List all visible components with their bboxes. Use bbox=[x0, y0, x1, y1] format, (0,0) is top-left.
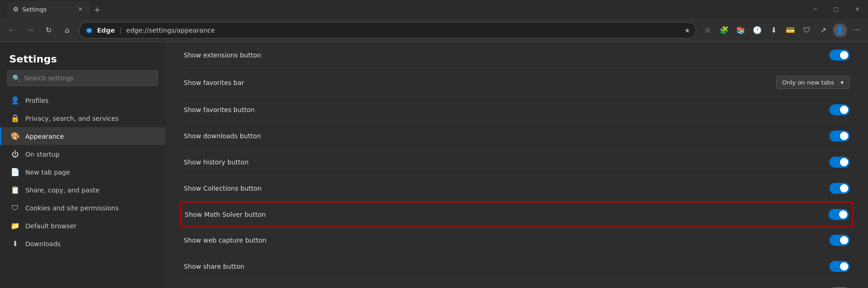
profile-avatar[interactable]: 👤 bbox=[833, 23, 847, 37]
favorites-bar-dropdown[interactable]: Only on new tabs ▾ bbox=[776, 76, 850, 89]
settings-row-collections-btn: Show Collections button bbox=[184, 175, 850, 202]
sidebar-item-label-appearance: Appearance bbox=[25, 133, 64, 140]
sidebar-item-appearance[interactable]: 🎨 Appearance bbox=[0, 127, 165, 145]
sidebar-item-startup[interactable]: ⏻ On startup bbox=[0, 145, 165, 163]
address-lock-icon: ★ bbox=[684, 27, 690, 34]
show-extensions-toggle[interactable] bbox=[829, 50, 850, 61]
newtab-icon: 📄 bbox=[11, 168, 20, 176]
show-collections-btn-toggle[interactable] bbox=[829, 183, 850, 194]
main-layout: Settings 🔍 Search settings 👤 Profiles 🔒 … bbox=[0, 42, 868, 288]
title-bar: ⚙ Settings ✕ + ─ □ ✕ bbox=[0, 0, 868, 18]
downloads-icon: ⬇ bbox=[11, 239, 20, 248]
show-downloads-btn-toggle[interactable] bbox=[829, 130, 850, 141]
sidebar-item-label-share: Share, copy, and paste bbox=[25, 186, 99, 194]
sidebar-item-label-startup: On startup bbox=[25, 151, 60, 158]
show-share-btn-label: Show share button bbox=[184, 263, 244, 270]
favorites-bar-dropdown-value: Only on new tabs bbox=[782, 79, 834, 86]
share-icon: 📋 bbox=[11, 186, 20, 194]
sidebar-item-label-privacy: Privacy, search, and services bbox=[25, 115, 119, 122]
settings-row-favorites-btn: Show favorites button bbox=[184, 97, 850, 123]
show-extensions-label: Show extensions button bbox=[184, 51, 261, 59]
content-area: Show extensions button Show favorites ba… bbox=[165, 42, 868, 288]
sidebar-item-label-cookies: Cookies and site permissions bbox=[25, 204, 119, 212]
extensions-icon[interactable]: 🧩 bbox=[716, 23, 732, 38]
collections-icon[interactable]: 📚 bbox=[733, 23, 749, 38]
settings-row-share-btn: Show share button bbox=[184, 254, 850, 280]
sidebar-item-newtab[interactable]: 📄 New tab page bbox=[0, 163, 165, 181]
more-menu-button[interactable]: ··· bbox=[849, 23, 864, 38]
sidebar-item-share[interactable]: 📋 Share, copy, and paste bbox=[0, 181, 165, 199]
profiles-icon: 👤 bbox=[11, 96, 20, 105]
settings-row-extensions: Show extensions button bbox=[184, 42, 850, 68]
shield-icon[interactable]: 🛡 bbox=[799, 23, 815, 38]
privacy-icon: 🔒 bbox=[11, 114, 20, 123]
tab-close-button[interactable]: ✕ bbox=[76, 5, 85, 13]
settings-row-math-btn: Show Math Solver button bbox=[180, 202, 853, 227]
dropdown-chevron-icon: ▾ bbox=[840, 79, 844, 86]
settings-row-webcapture-btn: Show web capture button bbox=[184, 227, 850, 254]
forward-button[interactable]: → bbox=[22, 22, 39, 39]
show-math-btn-toggle[interactable] bbox=[828, 209, 849, 220]
share-toolbar-icon[interactable]: ↗ bbox=[816, 23, 831, 38]
active-tab[interactable]: ⚙ Settings ✕ bbox=[7, 1, 90, 17]
tab-area: ⚙ Settings ✕ + bbox=[4, 0, 104, 18]
search-input: Search settings bbox=[24, 74, 74, 82]
wallet-icon[interactable]: 💳 bbox=[783, 23, 798, 38]
new-tab-button[interactable]: + bbox=[90, 5, 104, 14]
tab-strip: ⚙ Settings ✕ + bbox=[4, 1, 104, 17]
address-url: edge://settings/appearance bbox=[126, 27, 215, 34]
sidebar-item-cookies[interactable]: 🛡 Cookies and site permissions bbox=[0, 199, 165, 217]
close-button[interactable]: ✕ bbox=[847, 0, 868, 18]
cookies-icon: 🛡 bbox=[11, 203, 20, 212]
default-browser-icon: 📁 bbox=[11, 221, 20, 230]
search-icon: 🔍 bbox=[12, 74, 20, 82]
address-brand: Edge bbox=[97, 27, 115, 34]
sidebar-item-label-default: Default browser bbox=[25, 222, 77, 230]
maximize-button[interactable]: □ bbox=[826, 0, 847, 18]
show-math-btn-label: Show Math Solver button bbox=[185, 211, 266, 218]
address-divider: | bbox=[119, 27, 122, 34]
history-icon[interactable]: 🕐 bbox=[749, 23, 765, 38]
show-webcapture-btn-toggle[interactable] bbox=[829, 235, 850, 246]
show-history-btn-label: Show history button bbox=[184, 158, 249, 166]
sidebar-title: Settings bbox=[0, 50, 165, 70]
sidebar: Settings 🔍 Search settings 👤 Profiles 🔒 … bbox=[0, 42, 165, 288]
sidebar-item-privacy[interactable]: 🔒 Privacy, search, and services bbox=[0, 109, 165, 127]
settings-row-favorites-bar: Show favorites bar Only on new tabs ▾ bbox=[184, 68, 850, 97]
sidebar-item-profiles[interactable]: 👤 Profiles bbox=[0, 91, 165, 109]
appearance-icon: 🎨 bbox=[11, 132, 20, 141]
sidebar-item-label-downloads: Downloads bbox=[25, 240, 61, 248]
sidebar-item-label-profiles: Profiles bbox=[25, 97, 49, 104]
home-button[interactable]: ⌂ bbox=[59, 22, 75, 39]
refresh-button[interactable]: ↻ bbox=[40, 22, 57, 39]
show-favorites-bar-label: Show favorites bar bbox=[184, 79, 244, 86]
show-favorites-btn-label: Show favorites button bbox=[184, 106, 255, 113]
show-favorites-btn-toggle[interactable] bbox=[829, 104, 850, 115]
edge-logo-icon bbox=[85, 26, 93, 34]
sidebar-item-label-newtab: New tab page bbox=[25, 169, 70, 176]
show-share-btn-toggle[interactable] bbox=[829, 261, 850, 272]
tab-settings-icon: ⚙ bbox=[13, 6, 19, 13]
show-downloads-btn-label: Show downloads button bbox=[184, 132, 261, 140]
toolbar-icons: ☆ 🧩 📚 🕐 ⬇ 💳 🛡 ↗ 👤 ··· bbox=[700, 23, 864, 38]
search-box[interactable]: 🔍 Search settings bbox=[7, 70, 158, 86]
window-controls: ─ □ ✕ bbox=[805, 0, 868, 18]
favorites-icon[interactable]: ☆ bbox=[700, 23, 715, 38]
startup-icon: ⏻ bbox=[11, 150, 20, 158]
show-collections-btn-label: Show Collections button bbox=[184, 185, 261, 192]
back-button[interactable]: ← bbox=[4, 22, 20, 39]
sidebar-item-default[interactable]: 📁 Default browser bbox=[0, 217, 165, 235]
address-bar-row: ← → ↻ ⌂ Edge | edge://settings/appearanc… bbox=[0, 18, 868, 42]
show-webcapture-btn-label: Show web capture button bbox=[184, 237, 267, 244]
settings-row-history-btn: Show history button bbox=[184, 149, 850, 175]
tab-title: Settings bbox=[23, 6, 47, 13]
show-history-btn-toggle[interactable] bbox=[829, 157, 850, 168]
downloads-toolbar-icon[interactable]: ⬇ bbox=[766, 23, 782, 38]
settings-row-feedback-btn: Show feedback button bbox=[184, 280, 850, 288]
minimize-button[interactable]: ─ bbox=[805, 0, 826, 18]
address-bar[interactable]: Edge | edge://settings/appearance ★ bbox=[79, 22, 696, 39]
profile-toolbar-icon[interactable]: 👤 bbox=[832, 23, 848, 38]
settings-row-downloads-btn: Show downloads button bbox=[184, 123, 850, 149]
sidebar-item-downloads[interactable]: ⬇ Downloads bbox=[0, 235, 165, 253]
